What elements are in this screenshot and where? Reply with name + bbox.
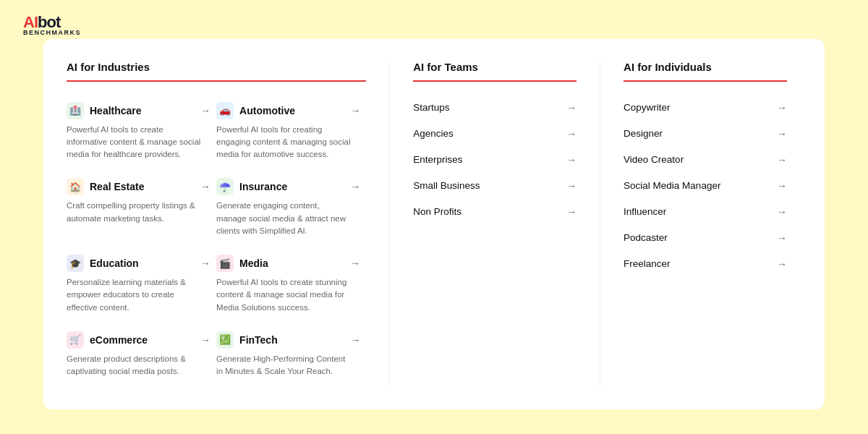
industry-desc: Generate product descriptions & captivat… xyxy=(67,353,210,378)
team-item-agencies[interactable]: Agencies → xyxy=(413,121,576,147)
industry-desc: Generate engaging content, manage social… xyxy=(216,200,360,237)
individual-label: Podcaster xyxy=(624,232,668,243)
industries-grid: 🏥 Healthcare → Powerful AI tools to crea… xyxy=(67,95,366,388)
individual-arrow: → xyxy=(777,180,787,192)
industry-icon: 🏠 xyxy=(67,178,84,195)
industries-divider xyxy=(67,80,366,82)
individual-arrow: → xyxy=(777,206,787,218)
industry-desc: Powerful AI tools for creating engaging … xyxy=(216,124,360,161)
industry-arrow: → xyxy=(200,181,210,192)
industry-item-real-estate[interactable]: 🏠 Real Estate → Craft compelling propert… xyxy=(67,171,216,247)
industry-item-healthcare[interactable]: 🏥 Healthcare → Powerful AI tools to crea… xyxy=(67,95,216,171)
section-individuals: AI for Individuals Copywriter → Designer… xyxy=(600,61,801,388)
team-item-small-business[interactable]: Small Business → xyxy=(413,173,576,199)
industry-name: Media xyxy=(239,258,268,269)
team-arrow: → xyxy=(566,128,576,140)
teams-list: Startups → Agencies → Enterprises → Smal… xyxy=(413,95,576,225)
team-arrow: → xyxy=(566,180,576,192)
industry-desc: Generate High-Performing Content in Minu… xyxy=(216,353,360,378)
team-item-non-profits[interactable]: Non Profits → xyxy=(413,199,576,225)
individuals-title: AI for Individuals xyxy=(624,61,787,73)
industry-desc: Powerful AI tools to create informative … xyxy=(67,124,210,161)
industries-title: AI for Industries xyxy=(67,61,366,73)
industry-icon: 🎬 xyxy=(216,255,234,272)
teams-divider xyxy=(413,80,576,82)
industry-arrow: → xyxy=(350,334,360,346)
individual-label: Copywriter xyxy=(624,102,671,113)
individual-label: Video Creator xyxy=(624,154,684,165)
team-label: Non Profits xyxy=(413,206,461,217)
industry-arrow: → xyxy=(200,258,210,269)
team-arrow: → xyxy=(566,206,576,218)
industry-icon: 🛒 xyxy=(67,331,84,349)
industry-name: Automotive xyxy=(239,105,295,116)
industry-arrow: → xyxy=(350,258,360,269)
industry-name: Education xyxy=(90,258,139,269)
individual-item-podcaster[interactable]: Podcaster → xyxy=(624,225,787,251)
individual-arrow: → xyxy=(777,154,787,166)
team-arrow: → xyxy=(566,102,576,114)
industry-arrow: → xyxy=(200,334,210,346)
individual-item-social-media-manager[interactable]: Social Media Manager → xyxy=(624,173,787,199)
industry-icon: 🚗 xyxy=(216,102,234,119)
team-item-startups[interactable]: Startups → xyxy=(413,95,576,121)
main-card: AI for Industries 🏥 Healthcare → Powerfu… xyxy=(43,39,825,410)
team-label: Enterprises xyxy=(413,154,462,165)
individual-arrow: → xyxy=(777,102,787,114)
team-label: Agencies xyxy=(413,128,454,139)
individual-label: Freelancer xyxy=(624,258,671,269)
industry-arrow: → xyxy=(200,105,210,116)
industry-icon: ☂️ xyxy=(216,178,234,195)
industry-name: Healthcare xyxy=(90,105,142,116)
industry-name: Real Estate xyxy=(90,181,144,192)
individuals-divider xyxy=(624,80,787,82)
individual-label: Influencer xyxy=(624,206,666,217)
industry-arrow: → xyxy=(350,181,360,192)
industry-icon: 🏥 xyxy=(67,102,84,119)
individual-arrow: → xyxy=(777,232,787,244)
industry-item-ecommerce[interactable]: 🛒 eCommerce → Generate product descripti… xyxy=(67,324,216,388)
team-arrow: → xyxy=(566,154,576,166)
teams-title: AI for Teams xyxy=(413,61,576,73)
individual-item-video-creator[interactable]: Video Creator → xyxy=(624,147,787,173)
section-teams: AI for Teams Startups → Agencies → Enter… xyxy=(390,61,600,388)
industry-desc: Craft compelling property listings & aut… xyxy=(67,200,210,225)
industry-item-insurance[interactable]: ☂️ Insurance → Generate engaging content… xyxy=(216,171,366,247)
team-label: Small Business xyxy=(413,180,480,191)
industry-item-education[interactable]: 🎓 Education → Personalize learning mater… xyxy=(67,247,216,324)
industry-desc: Personalize learning materials & empower… xyxy=(67,276,210,314)
industry-name: Insurance xyxy=(239,181,287,192)
individual-item-freelancer[interactable]: Freelancer → xyxy=(624,251,787,277)
industry-desc: Powerful AI tools to create stunning con… xyxy=(216,276,360,314)
logo-sub: BENCHMARKS xyxy=(23,29,81,36)
individual-label: Social Media Manager xyxy=(624,180,720,191)
individual-item-copywriter[interactable]: Copywriter → xyxy=(624,95,787,121)
individual-item-influencer[interactable]: Influencer → xyxy=(624,199,787,225)
individual-arrow: → xyxy=(777,258,787,270)
industry-item-automotive[interactable]: 🚗 Automotive → Powerful AI tools for cre… xyxy=(216,95,366,171)
industry-name: eCommerce xyxy=(90,334,148,346)
industry-item-fintech[interactable]: 💹 FinTech → Generate High-Performing Con… xyxy=(216,324,366,388)
industry-icon: 💹 xyxy=(216,331,234,349)
industry-arrow: → xyxy=(350,105,360,116)
team-label: Startups xyxy=(413,102,449,113)
individual-item-designer[interactable]: Designer → xyxy=(624,121,787,147)
logo: AI bot BENCHMARKS xyxy=(23,13,81,36)
individual-arrow: → xyxy=(777,128,787,140)
individuals-list: Copywriter → Designer → Video Creator → … xyxy=(624,95,787,277)
industry-name: FinTech xyxy=(239,334,278,346)
team-item-enterprises[interactable]: Enterprises → xyxy=(413,147,576,173)
section-industries: AI for Industries 🏥 Healthcare → Powerfu… xyxy=(67,61,390,388)
individual-label: Designer xyxy=(624,128,663,139)
industry-icon: 🎓 xyxy=(67,255,84,272)
industry-item-media[interactable]: 🎬 Media → Powerful AI tools to create st… xyxy=(216,247,366,324)
